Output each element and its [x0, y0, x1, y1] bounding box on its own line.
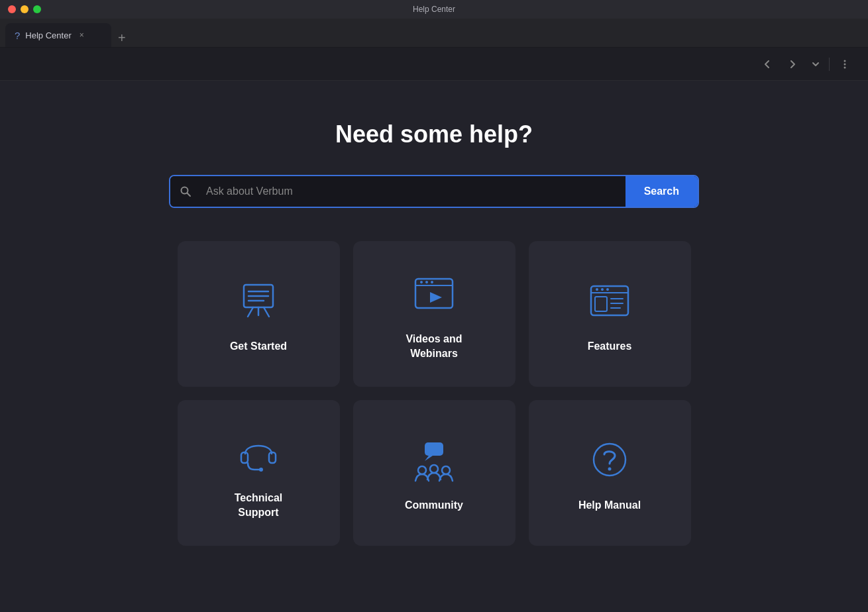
chevron-down-icon: [812, 60, 820, 68]
svg-point-1: [844, 63, 846, 65]
card-videos-webinars[interactable]: Videos andWebinars: [353, 241, 515, 387]
card-help-manual[interactable]: Help Manual: [529, 400, 691, 546]
main-content: Need some help? Search: [0, 81, 868, 612]
card-get-started[interactable]: Get Started: [178, 241, 340, 387]
svg-point-29: [259, 468, 263, 472]
svg-rect-30: [425, 442, 443, 456]
card-help-manual-label: Help Manual: [578, 498, 641, 513]
minimize-button[interactable]: [21, 5, 28, 13]
svg-marker-31: [425, 456, 433, 461]
svg-point-34: [442, 466, 450, 474]
toolbar: [0, 48, 868, 81]
svg-point-35: [594, 444, 625, 476]
traffic-lights: [8, 5, 41, 13]
svg-line-10: [264, 307, 269, 317]
forward-button[interactable]: [783, 56, 802, 73]
svg-point-15: [425, 281, 428, 283]
search-input[interactable]: [201, 176, 625, 207]
svg-line-4: [188, 193, 191, 197]
forward-icon: [787, 58, 798, 70]
back-button[interactable]: [757, 56, 777, 73]
svg-point-36: [608, 467, 612, 470]
card-features-label: Features: [588, 339, 632, 354]
svg-marker-17: [430, 292, 442, 303]
cards-grid: Get Started Videos andWebinars: [178, 241, 691, 546]
svg-point-22: [606, 288, 609, 291]
more-options-icon: [839, 58, 851, 70]
svg-rect-23: [595, 297, 607, 311]
search-icon-wrap: [170, 176, 201, 207]
tab-help-center[interactable]: ? Help Center ×: [5, 23, 111, 47]
close-button[interactable]: [8, 5, 16, 13]
card-features[interactable]: Features: [529, 241, 691, 387]
new-tab-button[interactable]: +: [111, 31, 133, 44]
svg-line-9: [248, 307, 253, 317]
search-icon: [180, 185, 191, 197]
tab-close-button[interactable]: ×: [80, 30, 84, 40]
tab-bar: ? Help Center × +: [0, 19, 868, 48]
help-manual-icon: [586, 436, 633, 484]
tab-label: Help Center: [25, 30, 71, 40]
maximize-button[interactable]: [33, 5, 41, 13]
svg-point-21: [601, 288, 604, 291]
back-icon: [761, 58, 773, 70]
svg-point-20: [596, 288, 598, 291]
svg-point-14: [420, 281, 423, 283]
more-options-button[interactable]: [835, 56, 855, 73]
history-dropdown-button[interactable]: [808, 58, 824, 71]
community-icon: [410, 436, 458, 484]
page-heading: Need some help?: [335, 121, 533, 148]
card-videos-webinars-label: Videos andWebinars: [406, 332, 462, 362]
presentation-icon: [235, 277, 282, 325]
video-icon: [410, 270, 458, 317]
card-get-started-label: Get Started: [230, 339, 287, 354]
window-title: Help Center: [413, 5, 455, 14]
search-button[interactable]: Search: [625, 176, 698, 207]
svg-point-32: [418, 466, 426, 474]
svg-point-33: [430, 465, 438, 473]
help-tab-icon: ?: [15, 30, 20, 41]
card-community[interactable]: Community: [353, 400, 515, 546]
search-container: Search: [169, 175, 699, 208]
headset-icon: [235, 429, 282, 476]
toolbar-separator: [829, 58, 830, 71]
card-technical-support[interactable]: TechnicalSupport: [178, 400, 340, 546]
svg-point-2: [844, 66, 846, 68]
title-bar: Help Center: [0, 0, 868, 19]
svg-point-0: [844, 60, 846, 62]
svg-point-16: [431, 281, 433, 283]
features-icon: [586, 277, 633, 325]
card-technical-support-label: TechnicalSupport: [235, 491, 283, 521]
card-community-label: Community: [405, 498, 463, 513]
